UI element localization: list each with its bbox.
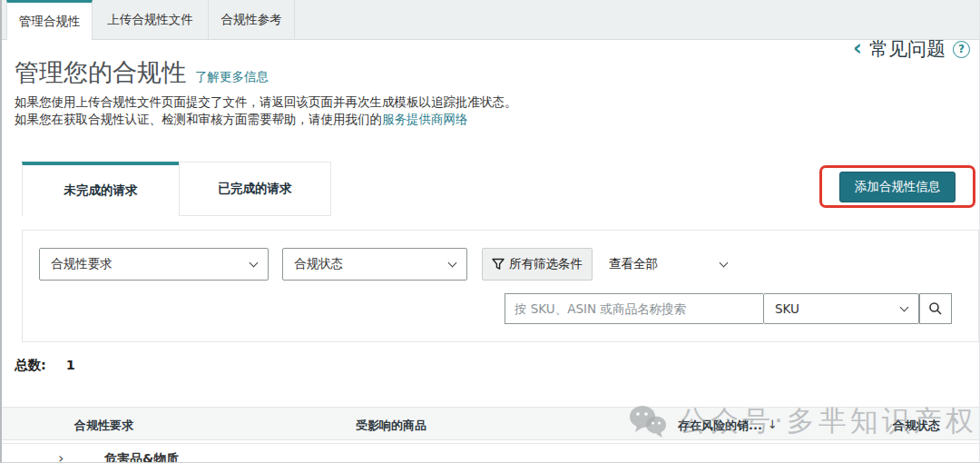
dropdown-value: 合规性要求 [51,256,113,272]
expand-row-icon[interactable]: › [58,449,64,463]
chevron-left-icon: ‹ [853,37,862,59]
row-requirement-text: 危害品&物质 [104,451,179,463]
all-filters-button[interactable]: 所有筛选条件 [482,248,593,281]
chevron-down-icon [250,259,259,268]
compliance-page: 管理合规性 上传合规性文件 合规性参考 ‹ 常见问题 ? 管理您的合规性 了解更… [0,0,980,463]
top-tab-bar: 管理合规性 上传合规性文件 合规性参考 [2,0,980,40]
learn-more-link[interactable]: 了解更多信息 [195,69,269,85]
column-header-affected-products[interactable]: 受影响的商品 [356,418,426,434]
tab-manage-compliance[interactable]: 管理合规性 [6,0,93,41]
page-title: 管理您的合规性 [15,56,186,89]
tab-completed-requests[interactable]: 已完成的请求 [179,162,331,216]
description-line2: 如果您在获取合规性认证、检测和审核方面需要帮助，请使用我们的 [15,112,382,126]
chevron-down-icon [900,303,909,312]
faq-link[interactable]: ‹ 常见问题 ? [853,36,970,62]
page-description: 如果您使用上传合规性文件页面提交了文件，请返回该页面并再次生成模板以追踪批准状态… [15,94,517,128]
table-header: 合规性要求 受影响的商品 存在风险的销... ↓ 合规状态 [2,407,980,440]
column-header-requirement[interactable]: 合规性要求 [74,418,133,434]
table-row[interactable]: › 危害品&物质 [2,443,980,463]
compliance-status-dropdown[interactable]: 合规状态 [282,248,467,281]
filter-panel: 合规性要求 合规状态 所有筛选条件 查看全部 SKU [22,230,979,342]
button-label: 所有筛选条件 [509,256,583,272]
help-icon[interactable]: ? [953,41,970,58]
description-line1: 如果您使用上传合规性文件页面提交了文件，请返回该页面并再次生成模板以追踪批准状态… [15,94,517,109]
add-compliance-info-button[interactable]: 添加合规性信息 [839,172,956,202]
total-label: 总数: [15,358,46,372]
tab-compliance-reference[interactable]: 合规性参考 [209,0,295,40]
column-label: 存在风险的销... [678,418,762,434]
tab-label: 已完成的请求 [219,181,292,197]
compliance-requirement-dropdown[interactable]: 合规性要求 [39,248,269,281]
title-row: 管理您的合规性 了解更多信息 [15,56,269,89]
tab-upload-compliance-docs[interactable]: 上传合规性文件 [93,0,209,40]
column-header-compliance-status[interactable]: 合规状态 [893,418,940,434]
red-annotation-highlight: 添加合规性信息 [819,165,975,208]
dropdown-value: 合规状态 [294,256,343,272]
search-icon [928,301,943,316]
sort-down-icon[interactable]: ↓ [768,418,778,434]
total-value: 1 [66,358,75,372]
search-input[interactable] [505,293,763,324]
chevron-down-icon [720,259,729,268]
tab-label: 上传合规性文件 [107,12,193,28]
column-header-sales-at-risk[interactable]: 存在风险的销... ↓ [678,418,778,434]
service-provider-network-link[interactable]: 服务提供商网络 [382,112,468,126]
dropdown-value: 查看全部 [609,256,658,272]
chevron-down-icon [448,259,457,268]
view-all-dropdown[interactable]: 查看全部 [609,248,727,281]
tab-label: 管理合规性 [19,14,81,30]
total-count: 总数:1 [15,357,75,374]
filter-funnel-icon [492,258,505,271]
search-button[interactable] [919,293,952,324]
dropdown-value: SKU [775,301,799,316]
tab-label: 未完成的请求 [64,182,138,199]
faq-label: 常见问题 [869,36,946,62]
tab-label: 合规性参考 [220,12,282,28]
tab-incomplete-requests[interactable]: 未完成的请求 [22,162,179,216]
search-type-dropdown[interactable]: SKU [763,293,919,324]
